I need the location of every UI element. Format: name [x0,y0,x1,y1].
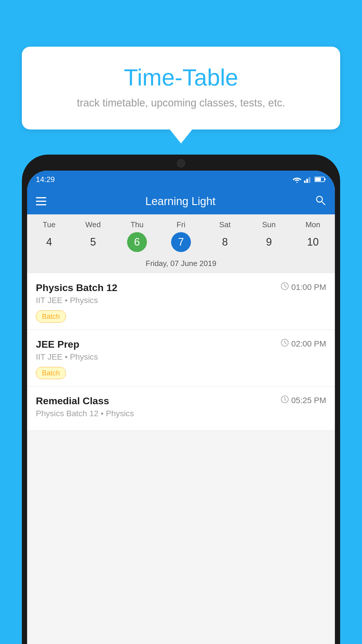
clock-icon [281,395,289,405]
batch-badge: Batch [36,367,66,379]
day-label: Mon [305,220,320,229]
day-label: Thu [131,220,144,229]
phone-mockup: 14:29 [22,155,340,644]
signal-icon [304,176,312,183]
phone-notch [149,155,213,171]
day-label: Sat [219,220,231,229]
svg-line-11 [285,286,286,287]
batch-badge: Batch [36,310,66,323]
class-card-1[interactable]: JEE Prep 02:00 PM IIT JEE • Physics Batc… [27,330,335,386]
day-col-wed[interactable]: Wed5 [71,220,115,252]
phone-screen: 14:29 [27,171,335,644]
speech-bubble-card: Time-Table track timetable, upcoming cla… [22,47,340,130]
selected-date-label: Friday, 07 June 2019 [27,255,335,273]
day-col-fri[interactable]: Fri7 [159,220,203,252]
class-time: 05:25 PM [281,395,326,405]
day-number[interactable]: 6 [127,232,147,252]
svg-line-14 [285,343,286,344]
svg-rect-2 [306,179,308,183]
class-title: JEE Prep [36,339,79,350]
day-number[interactable]: 4 [39,232,59,252]
day-col-thu[interactable]: Thu6 [115,220,159,252]
status-bar: 14:29 [27,171,335,188]
status-time: 14:29 [36,175,55,184]
svg-rect-1 [304,181,306,183]
class-card-2[interactable]: Remedial Class 05:25 PM Physics Batch 12… [27,386,335,431]
app-bar: Learning Light [27,188,335,214]
svg-line-17 [285,399,286,400]
day-label: Tue [43,220,56,229]
class-subtitle: IIT JEE • Physics [36,352,326,362]
clock-icon [281,282,289,292]
bubble-subtitle: track timetable, upcoming classes, tests… [34,97,328,109]
class-time: 01:00 PM [281,282,326,292]
day-col-tue[interactable]: Tue4 [27,220,71,252]
day-number[interactable]: 9 [259,232,279,252]
day-col-sat[interactable]: Sat8 [203,220,247,252]
day-number[interactable]: 5 [83,232,103,252]
day-label: Fri [177,220,185,229]
svg-rect-6 [315,178,321,181]
day-col-sun[interactable]: Sun9 [247,220,291,252]
svg-point-0 [296,182,298,183]
class-subtitle: IIT JEE • Physics [36,296,326,305]
class-title: Physics Batch 12 [36,282,117,293]
search-icon[interactable] [314,194,326,209]
svg-rect-3 [309,177,310,183]
class-time: 02:00 PM [281,339,326,349]
wifi-icon [292,176,302,183]
day-number[interactable]: 7 [171,232,191,252]
bubble-title: Time-Table [34,64,328,91]
status-icons [292,176,326,183]
class-subtitle: Physics Batch 12 • Physics [36,409,326,418]
clock-icon [281,339,289,349]
phone-frame: 14:29 [22,155,340,644]
class-card-0[interactable]: Physics Batch 12 01:00 PM IIT JEE • Phys… [27,273,335,330]
svg-rect-5 [324,178,326,180]
day-number[interactable]: 8 [215,232,235,252]
svg-line-8 [321,201,325,205]
app-title: Learning Light [55,195,306,208]
card-header: JEE Prep 02:00 PM [36,339,326,350]
day-number[interactable]: 10 [303,232,323,252]
battery-icon [314,176,326,183]
day-label: Wed [85,220,101,229]
day-label: Sun [262,220,276,229]
days-row: Tue4Wed5Thu6Fri7Sat8Sun9Mon10 [27,220,335,255]
class-title: Remedial Class [36,395,109,407]
hamburger-menu-icon[interactable] [36,197,46,205]
front-camera [177,159,185,167]
card-header: Remedial Class 05:25 PM [36,395,326,407]
card-header: Physics Batch 12 01:00 PM [36,282,326,293]
calendar-strip: Tue4Wed5Thu6Fri7Sat8Sun9Mon10 Friday, 07… [27,214,335,273]
day-col-mon[interactable]: Mon10 [291,220,335,252]
class-list: Physics Batch 12 01:00 PM IIT JEE • Phys… [27,273,335,431]
